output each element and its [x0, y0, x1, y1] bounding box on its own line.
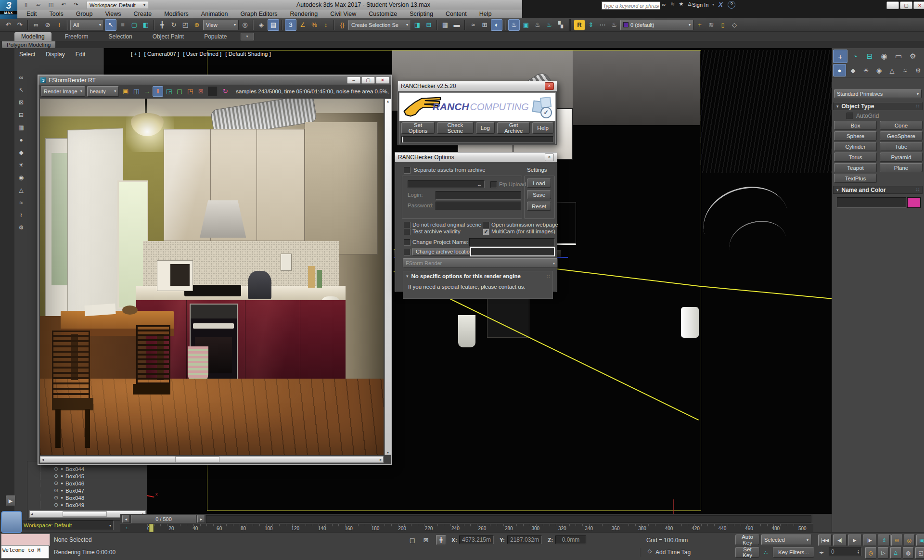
- undo-quick-icon[interactable]: ↶: [59, 1, 68, 8]
- explorer-filter-geometry-icon[interactable]: ●: [16, 135, 26, 145]
- set-options-button[interactable]: Set Options: [401, 122, 435, 134]
- tab-modify-icon[interactable]: ◔: [848, 50, 862, 63]
- rectangular-selection-region-icon[interactable]: ▢: [129, 20, 140, 30]
- explorer-settings-icon[interactable]: ⚙: [16, 222, 26, 232]
- menu-scripting[interactable]: Scripting: [403, 10, 439, 18]
- percent-snap-icon[interactable]: %: [309, 20, 320, 30]
- next-frame-button[interactable]: |▶: [863, 535, 876, 546]
- scroll-left-icon[interactable]: ◂: [30, 512, 34, 516]
- fit-view-icon[interactable]: ◲: [164, 87, 174, 96]
- object-button-cylinder[interactable]: Cylinder: [834, 142, 877, 151]
- menu-tools[interactable]: Tools: [43, 10, 70, 18]
- menu-views[interactable]: Views: [99, 10, 127, 18]
- pause-render-icon[interactable]: ‖: [153, 86, 163, 97]
- explorer-lock-icon[interactable]: ⊠: [16, 97, 26, 107]
- category-lights-icon[interactable]: ☀: [860, 64, 872, 76]
- material-editor-icon[interactable]: ◐: [491, 19, 502, 31]
- new-scene-icon[interactable]: ▯: [21, 1, 31, 8]
- track-dashes-icon[interactable]: ⋯: [597, 20, 608, 30]
- go-to-start-button[interactable]: |◀◀: [818, 535, 832, 546]
- auto-key-button[interactable]: Auto Key: [735, 535, 759, 545]
- selection-region-icon[interactable]: ▢: [408, 535, 417, 544]
- multicam-checkbox[interactable]: ✓: [483, 229, 489, 235]
- load-button[interactable]: Load: [527, 178, 551, 188]
- save-file-icon[interactable]: ◫: [46, 1, 56, 8]
- change-project-field[interactable]: [469, 238, 555, 247]
- select-and-move-icon[interactable]: ╋: [157, 20, 167, 30]
- set-key-mode-icon[interactable]: ∴: [760, 547, 771, 558]
- mini-curve-editor-icon[interactable]: ≈: [122, 524, 132, 532]
- refresh-icon[interactable]: ↻: [220, 87, 230, 96]
- previous-frame-button[interactable]: ◀|: [833, 535, 847, 546]
- fstorm-close-button[interactable]: ×: [376, 76, 389, 84]
- object-button-pyramid[interactable]: Pyramid: [880, 153, 923, 162]
- layer-list-icon[interactable]: ⇕: [586, 20, 596, 30]
- menu-edit[interactable]: Edit: [20, 10, 43, 18]
- object-button-textplus[interactable]: TextPlus: [834, 174, 877, 183]
- engine-dropdown[interactable]: FStorm Render▾: [403, 258, 558, 268]
- explorer-menu-edit[interactable]: Edit: [76, 51, 86, 58]
- scroll-thumb[interactable]: [63, 511, 107, 517]
- redo-quick-icon[interactable]: ↷: [71, 1, 81, 8]
- visibility-eye-icon[interactable]: ⊙: [54, 502, 58, 508]
- minimize-window-button[interactable]: –: [886, 1, 899, 9]
- fstorm-scroll-left-icon[interactable]: ◂: [40, 458, 45, 462]
- explorer-layers-icon[interactable]: ▦: [16, 122, 26, 132]
- explorer-menu-display[interactable]: Display: [46, 51, 64, 58]
- tab-motion-icon[interactable]: ◉: [877, 50, 891, 63]
- selection-dot-icon[interactable]: ●: [61, 488, 63, 493]
- search-input[interactable]: [602, 1, 660, 10]
- visibility-eye-icon[interactable]: ⊙: [54, 495, 58, 501]
- fstorm-scroll-thumb[interactable]: [175, 457, 219, 462]
- category-spacewarps-icon[interactable]: ≈: [899, 64, 911, 76]
- help-icon[interactable]: ?: [728, 1, 735, 9]
- change-location-checkbox[interactable]: [404, 249, 411, 255]
- state-sets-compare-icon[interactable]: ▚: [555, 20, 566, 30]
- viewport-label-default-shading[interactable]: [ Default Shading ]: [225, 51, 271, 57]
- menu-modifiers[interactable]: Modifiers: [158, 10, 195, 18]
- render-setup-icon[interactable]: ♨: [508, 19, 520, 31]
- object-type-rollout[interactable]: ▾ Object Type ∷: [833, 102, 923, 110]
- fstorm-scroll-down-icon[interactable]: ▾: [385, 450, 391, 455]
- menu-group[interactable]: Group: [70, 10, 99, 18]
- reset-button[interactable]: Reset: [527, 202, 551, 211]
- frame-step-icon[interactable]: ◂▸: [817, 548, 826, 557]
- set-current-layer-icon[interactable]: ◇: [729, 20, 740, 30]
- render-iterative-icon[interactable]: ♨: [544, 20, 554, 30]
- maximize-viewport-toggle-icon[interactable]: ◱: [915, 547, 924, 559]
- focus-region-icon[interactable]: ◳: [185, 87, 195, 96]
- explorer-menu-select[interactable]: Select: [19, 51, 35, 58]
- panel-flyout-button[interactable]: ▶: [6, 496, 15, 506]
- playback-mode-icon[interactable]: ▷: [878, 547, 889, 559]
- explorer-row[interactable]: ⊙ ● Box045: [40, 472, 147, 480]
- explorer-select-icon[interactable]: ↖: [16, 85, 26, 95]
- explorer-filter-bones-icon[interactable]: ≀: [16, 210, 26, 220]
- object-button-teapot[interactable]: Teapot: [834, 163, 877, 172]
- fstorm-maximize-button[interactable]: ▢: [361, 76, 375, 84]
- explorer-row[interactable]: ⊙ ● Box048: [40, 494, 147, 501]
- category-helpers-icon[interactable]: △: [886, 64, 898, 76]
- named-selection-sets-icon[interactable]: {}: [337, 20, 347, 30]
- orbit-icon[interactable]: ◎: [904, 535, 915, 546]
- fstorm-scroll-up-icon[interactable]: ▴: [385, 99, 391, 103]
- sign-in-caret-icon[interactable]: ▾: [712, 2, 714, 7]
- key-mode-dropdown[interactable]: Selected▾: [761, 535, 811, 545]
- bind-to-space-warp-icon[interactable]: ≀: [54, 20, 64, 30]
- track-bar[interactable]: ≈ 02040608010012014016018020022024026028…: [120, 523, 813, 533]
- y-coordinate-field[interactable]: 2187.032m: [507, 535, 542, 544]
- curve-editor-icon[interactable]: ≈: [468, 20, 478, 30]
- ranchecker-titlebar[interactable]: RANCHecker v2.5.20 ×: [398, 81, 557, 91]
- visibility-eye-icon[interactable]: ⊙: [54, 480, 58, 486]
- password-field[interactable]: [436, 202, 521, 210]
- tab-selection[interactable]: Selection: [102, 32, 139, 41]
- change-location-button[interactable]: Change archive location:: [412, 248, 477, 255]
- set-key-button[interactable]: Set Key: [735, 547, 759, 558]
- tab-create-icon[interactable]: +: [833, 50, 847, 63]
- help-button[interactable]: Help: [532, 122, 553, 134]
- visibility-eye-icon[interactable]: ⊙: [54, 466, 58, 472]
- select-and-scale-icon[interactable]: ◰: [180, 20, 191, 30]
- select-and-rotate-icon[interactable]: ↻: [168, 20, 179, 30]
- workspace-bottom-dropdown[interactable]: Workspace: Default ▾: [21, 521, 114, 530]
- polygon-modeling-panel[interactable]: Polygon Modeling: [2, 41, 55, 48]
- zoom-extents-all-icon[interactable]: ▣: [916, 535, 924, 546]
